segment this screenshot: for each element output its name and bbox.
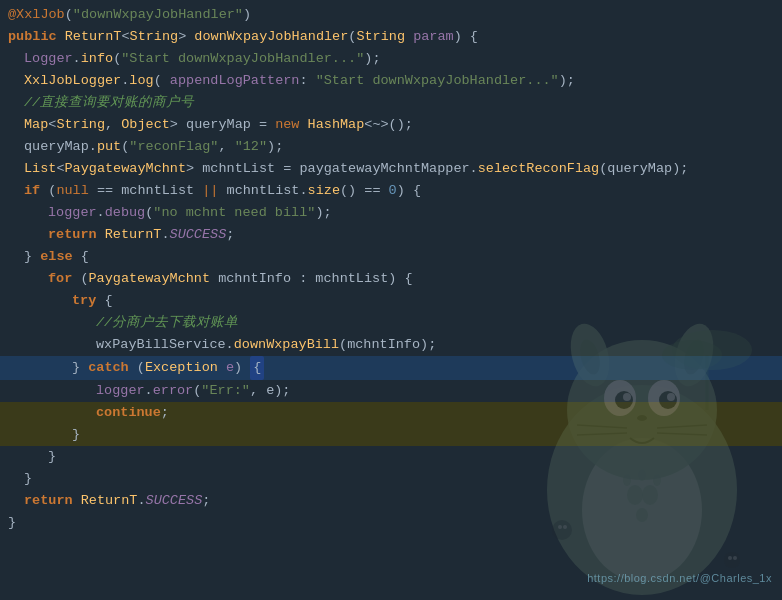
svg-point-27 xyxy=(724,552,740,568)
code-line-1: @XxlJob("downWxpayJobHandler") xyxy=(0,4,782,26)
code-line-23: return ReturnT.SUCCESS; xyxy=(0,490,782,512)
code-line-3: Logger.info("Start downWxpayJobHandler..… xyxy=(0,48,782,70)
code-line-8: List<PaygatewayMchnt> mchntList = paygat… xyxy=(0,158,782,180)
code-line-11: return ReturnT.SUCCESS; xyxy=(0,224,782,246)
code-line-14: try { xyxy=(0,290,782,312)
code-line-7: queryMap.put("reconFlag", "12"); xyxy=(0,136,782,158)
code-line-22: } xyxy=(0,468,782,490)
code-line-17: } catch (Exception e) { xyxy=(0,356,782,380)
code-line-10: logger.debug("no mchnt need bill"); xyxy=(0,202,782,224)
code-line-12: } else { xyxy=(0,246,782,268)
code-line-21: } xyxy=(0,446,782,468)
code-line-15: //分商户去下载对账单 xyxy=(0,312,782,334)
svg-point-29 xyxy=(733,556,737,560)
code-line-16: wxPayBillService.downWxpayBill(mchntInfo… xyxy=(0,334,782,356)
code-line-6: Map<String, Object> queryMap = new HashM… xyxy=(0,114,782,136)
annotation-token: @XxlJob xyxy=(8,4,65,26)
code-line-18: logger.error("Err:", e); xyxy=(0,380,782,402)
svg-point-28 xyxy=(728,556,732,560)
code-line-9: if (null == mchntList || mchntList.size(… xyxy=(0,180,782,202)
code-line-5: //直接查询要对账的商户号 xyxy=(0,92,782,114)
code-editor: @XxlJob("downWxpayJobHandler") public Re… xyxy=(0,0,782,600)
watermark-text: https://blog.csdn.net/@Charles_1x xyxy=(587,570,772,588)
code-line-24: } xyxy=(0,512,782,534)
code-line-20: } xyxy=(0,424,782,446)
code-line-19: continue; xyxy=(0,402,782,424)
code-line-4: XxlJobLogger.log( appendLogPattern: "Sta… xyxy=(0,70,782,92)
code-line-13: for (PaygatewayMchnt mchntInfo : mchntLi… xyxy=(0,268,782,290)
code-line-2: public ReturnT<String> downWxpayJobHandl… xyxy=(0,26,782,48)
